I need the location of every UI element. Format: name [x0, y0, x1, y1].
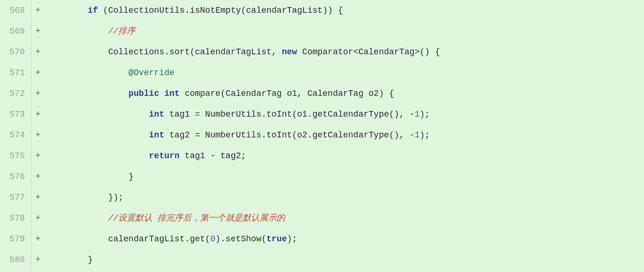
code-token: } [87, 255, 93, 264]
diff-marker: + [31, 62, 45, 83]
indent [47, 255, 87, 264]
diff-marker: + [31, 166, 45, 187]
diff-code-block: 568+ if (CollectionUtils.isNotEmpty(cale… [0, 0, 644, 270]
line-number[interactable]: 573 [0, 104, 31, 125]
diff-marker: + [31, 208, 45, 229]
code-token: ); [420, 110, 430, 119]
code-token: (CollectionUtils.isNotEmpty(calendarTagL… [98, 6, 343, 15]
code-token: ); [287, 234, 297, 244]
indent [47, 234, 108, 244]
code-token: int [149, 110, 164, 119]
line-number[interactable]: 575 [0, 145, 31, 166]
code-line: 568+ if (CollectionUtils.isNotEmpty(cale… [0, 0, 644, 21]
code-content[interactable]: int tag2 = NumberUtils.toInt(o2.getCalen… [45, 125, 644, 145]
indent [47, 193, 108, 202]
code-token: }); [108, 193, 123, 202]
code-content[interactable]: if (CollectionUtils.isNotEmpty(calendarT… [45, 0, 644, 21]
code-line: 579+ calendarTagList.get(0).setShow(true… [0, 229, 644, 249]
code-content[interactable]: @Override [45, 62, 644, 83]
diff-marker: + [31, 83, 45, 104]
code-lines: 568+ if (CollectionUtils.isNotEmpty(cale… [0, 0, 644, 270]
code-token: tag2 = NumberUtils.toInt(o2.getCalendarT… [164, 130, 414, 140]
code-content[interactable]: return tag1 - tag2; [45, 145, 644, 166]
code-line: 570+ Collections.sort(calendarTagList, n… [0, 42, 644, 62]
code-line: 572+ public int compare(CalendarTag o1, … [0, 83, 644, 104]
line-number[interactable]: 568 [0, 0, 31, 21]
diff-marker: + [31, 249, 45, 270]
code-token: if [87, 6, 98, 15]
code-content[interactable]: public int compare(CalendarTag o1, Calen… [45, 83, 644, 104]
code-token: 0 [210, 234, 216, 244]
code-token: 1 [415, 130, 420, 140]
code-token: tag1 - tag2; [180, 151, 246, 161]
code-token [159, 89, 165, 98]
line-number[interactable]: 578 [0, 208, 31, 229]
diff-marker: + [31, 104, 45, 125]
code-line: 569+ //排序 [0, 21, 644, 42]
code-line: 578+ //设置默认 排完序后，第一个就是默认展示的 [0, 208, 644, 229]
code-token: Collections.sort(calendarTagList, [108, 47, 282, 57]
line-number[interactable]: 580 [0, 249, 31, 270]
indent [47, 6, 87, 15]
code-token: int [164, 89, 179, 98]
diff-marker: + [31, 229, 45, 249]
line-number[interactable]: 572 [0, 83, 31, 104]
code-line: 573+ int tag1 = NumberUtils.toInt(o1.get… [0, 104, 644, 125]
indent [47, 47, 108, 57]
code-token: return [149, 151, 180, 161]
diff-marker: + [31, 0, 45, 21]
code-line: 577+ }); [0, 187, 644, 208]
code-line: 571+ @Override [0, 62, 644, 83]
code-token: tag1 = NumberUtils.toInt(o1.getCalendarT… [164, 110, 414, 119]
line-number[interactable]: 570 [0, 42, 31, 62]
indent [47, 26, 108, 36]
diff-marker: + [31, 21, 45, 42]
code-line: 575+ return tag1 - tag2; [0, 145, 644, 166]
code-token: Comparator<CalendarTag>() { [297, 47, 440, 57]
line-number[interactable]: 569 [0, 21, 31, 42]
indent [47, 151, 149, 161]
code-token: ); [420, 130, 430, 140]
code-content[interactable]: }); [45, 187, 644, 208]
code-line: 580+ } [0, 249, 644, 270]
line-number[interactable]: 577 [0, 187, 31, 208]
code-content[interactable]: } [45, 249, 644, 270]
indent [47, 172, 129, 181]
code-content[interactable]: calendarTagList.get(0).setShow(true); [45, 229, 644, 249]
indent [47, 130, 149, 140]
code-content[interactable]: } [45, 166, 644, 187]
code-token: compare(CalendarTag o1, CalendarTag o2) … [180, 89, 394, 98]
code-content[interactable]: //设置默认 排完序后，第一个就是默认展示的 [45, 208, 644, 229]
code-token: true [267, 234, 287, 244]
code-line: 574+ int tag2 = NumberUtils.toInt(o2.get… [0, 125, 644, 145]
indent [47, 89, 129, 98]
indent [47, 213, 108, 223]
line-number[interactable]: 576 [0, 166, 31, 187]
code-line: 576+ } [0, 166, 644, 187]
diff-marker: + [31, 145, 45, 166]
code-token: public [129, 89, 159, 98]
diff-marker: + [31, 42, 45, 62]
code-token: int [149, 130, 164, 140]
code-content[interactable]: //排序 [45, 21, 644, 42]
line-number[interactable]: 574 [0, 125, 31, 145]
code-token: @Override [129, 68, 174, 77]
line-number[interactable]: 579 [0, 229, 31, 249]
code-token: } [129, 172, 134, 181]
code-token: new [282, 47, 297, 57]
code-token: //排序 [108, 26, 136, 36]
code-token: 1 [415, 110, 420, 119]
line-number[interactable]: 571 [0, 62, 31, 83]
code-token: //设置默认 排完序后，第一个就是默认展示的 [108, 213, 285, 223]
diff-marker: + [31, 125, 45, 145]
indent [47, 110, 149, 119]
code-content[interactable]: int tag1 = NumberUtils.toInt(o1.getCalen… [45, 104, 644, 125]
code-content[interactable]: Collections.sort(calendarTagList, new Co… [45, 42, 644, 62]
indent [47, 68, 129, 77]
code-token: ).setShow( [215, 234, 266, 244]
diff-marker: + [31, 187, 45, 208]
code-token: calendarTagList.get( [108, 234, 210, 244]
